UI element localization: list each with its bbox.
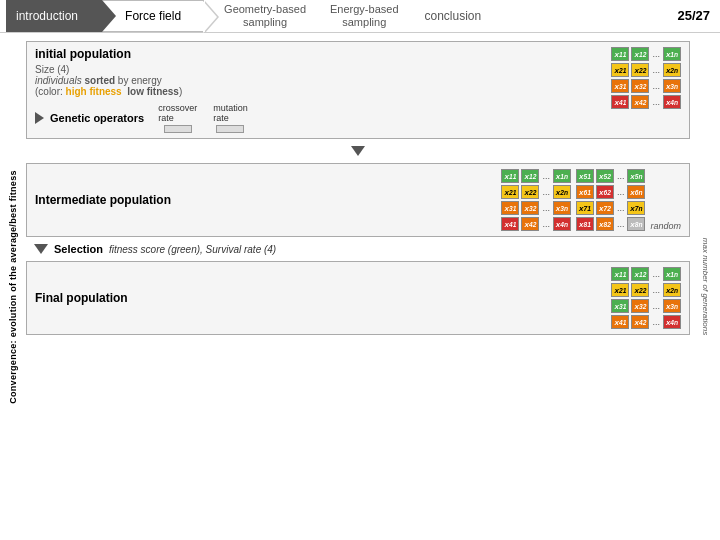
initial-population-title: initial population: [35, 47, 603, 61]
final-row-4: x41 x42 ... x4n: [611, 315, 681, 329]
left-axis-label: Convergence: evolution of the average/be…: [8, 170, 18, 404]
int2-dots-1: ...: [616, 171, 626, 181]
int2-cell-1-2: x52: [596, 169, 614, 183]
int-cell-3-1: x31: [501, 201, 519, 215]
cell-4-1: x41: [611, 95, 629, 109]
final-dots-2: ...: [651, 285, 661, 295]
intermediate-population-label: Intermediate population: [35, 193, 171, 207]
cell-1-n: x1n: [663, 47, 681, 61]
arrow-triangle-1: [351, 146, 365, 156]
final-cell-4-1: x41: [611, 315, 629, 329]
arrow-to-genetic: [35, 112, 44, 124]
final-cell-1-1: x11: [611, 267, 629, 281]
initial-left: initial population Size (4) individuals …: [35, 47, 603, 133]
final-cell-4-2: x42: [631, 315, 649, 329]
int-cell-2-n: x2n: [553, 185, 571, 199]
nav-item-introduction[interactable]: introduction: [6, 0, 102, 32]
initial-subtitle: Size (4) individuals sorted by energy (c…: [35, 64, 603, 97]
int-row-1-2: x21 x22 ... x2n: [501, 185, 571, 199]
selection-detail: fitness score (green), Survival rate (4): [109, 244, 276, 255]
nav-label-conclusion: conclusion: [425, 9, 482, 23]
final-cell-3-1: x31: [611, 299, 629, 313]
nav-item-conclusion[interactable]: conclusion: [411, 0, 496, 32]
mutation-rate-bar: [216, 125, 244, 133]
int-cell-1-1: x11: [501, 169, 519, 183]
selection-label: Selection: [54, 243, 103, 255]
right-label-container: max number of generations: [696, 37, 716, 536]
main-content: Convergence: evolution of the average/be…: [0, 33, 720, 540]
initial-row-2: x21 x22 ... x2n: [611, 63, 681, 77]
final-cell-2-2: x22: [631, 283, 649, 297]
int2-cell-3-n: x7n: [627, 201, 645, 215]
dots-4: ...: [651, 97, 661, 107]
nav-label-energy: Energy-basedsampling: [330, 3, 399, 29]
intermediate-label-container: Intermediate population: [35, 193, 493, 207]
int2-dots-2: ...: [616, 187, 626, 197]
int2-row-2: x61 x62 ... x6n: [576, 185, 646, 199]
int2-cell-4-2: x82: [596, 217, 614, 231]
int-dots-4: ...: [541, 219, 551, 229]
int-cell-4-n: x4n: [553, 217, 571, 231]
int2-cell-3-2: x72: [596, 201, 614, 215]
dots-1: ...: [651, 49, 661, 59]
int2-cell-1-1: x51: [576, 169, 594, 183]
cell-3-2: x32: [631, 79, 649, 93]
int-cell-3-2: x32: [521, 201, 539, 215]
nav-item-geometry[interactable]: Geometry-basedsampling: [204, 0, 318, 32]
initial-pop-grid: x11 x12 ... x1n x21 x22 ... x2n x31 x32 …: [611, 47, 681, 109]
genetic-ops-label: Genetic operators: [50, 112, 144, 124]
int2-dots-4: ...: [616, 219, 626, 229]
final-dots-4: ...: [651, 317, 661, 327]
int-row-1-3: x31 x32 ... x3n: [501, 201, 571, 215]
int2-cell-2-n: x6n: [627, 185, 645, 199]
int2-cell-1-n: x5n: [627, 169, 645, 183]
int2-dots-3: ...: [616, 203, 626, 213]
left-axis-label-container: Convergence: evolution of the average/be…: [0, 37, 26, 536]
individuals-label: individuals sorted by energy: [35, 75, 162, 86]
crossover-rate-group: crossoverrate: [158, 103, 197, 133]
int2-row-3: x71 x72 ... x7n: [576, 201, 646, 215]
final-cell-4-n: x4n: [663, 315, 681, 329]
int-dots-2: ...: [541, 187, 551, 197]
int-row-1-4: x41 x42 ... x4n: [501, 217, 571, 231]
cell-1-2: x12: [631, 47, 649, 61]
final-population-section: Final population x11 x12 ... x1n x21 x22…: [26, 261, 690, 335]
dots-2: ...: [651, 65, 661, 75]
intermediate-grid-1: x11 x12 ... x1n x21 x22 ... x2n x31 x32: [501, 169, 571, 231]
final-cell-1-2: x12: [631, 267, 649, 281]
intermediate-grids: x11 x12 ... x1n x21 x22 ... x2n x31 x32: [501, 169, 681, 231]
nav-label-introduction: introduction: [16, 9, 78, 23]
page-number: 25/27: [677, 8, 710, 23]
intermediate-grid-2: x51 x52 ... x5n x61 x62 ... x6n x71 x72: [576, 169, 646, 231]
int2-cell-2-2: x62: [596, 185, 614, 199]
final-cell-1-n: x1n: [663, 267, 681, 281]
content-area: initial population Size (4) individuals …: [26, 37, 696, 536]
mutation-rate-label: mutationrate: [213, 103, 248, 123]
int2-cell-3-1: x71: [576, 201, 594, 215]
nav-item-forcefield[interactable]: Force field: [102, 0, 204, 32]
cell-1-1: x11: [611, 47, 629, 61]
dots-3: ...: [651, 81, 661, 91]
int-cell-2-2: x22: [521, 185, 539, 199]
final-dots-3: ...: [651, 301, 661, 311]
nav-bar: introduction Force field Geometry-baseds…: [0, 0, 720, 33]
final-row-3: x31 x32 ... x3n: [611, 299, 681, 313]
rates-container: crossoverrate mutationrate: [158, 103, 248, 133]
int-dots-1: ...: [541, 171, 551, 181]
initial-row-1: x11 x12 ... x1n: [611, 47, 681, 61]
intermediate-population-section: Intermediate population x11 x12 ... x1n …: [26, 163, 690, 237]
cell-2-2: x22: [631, 63, 649, 77]
final-cell-3-2: x32: [631, 299, 649, 313]
int-cell-1-n: x1n: [553, 169, 571, 183]
genetic-ops: Genetic operators crossoverrate mutation…: [35, 103, 603, 133]
cell-2-n: x2n: [663, 63, 681, 77]
cell-4-2: x42: [631, 95, 649, 109]
final-cell-2-1: x21: [611, 283, 629, 297]
mutation-rate-group: mutationrate: [213, 103, 248, 133]
nav-label-geometry: Geometry-basedsampling: [224, 3, 306, 29]
nav-item-energy[interactable]: Energy-basedsampling: [318, 0, 411, 32]
final-label-container: Final population: [35, 291, 603, 305]
int-cell-2-1: x21: [501, 185, 519, 199]
random-label: random: [650, 221, 681, 231]
initial-row-4: x41 x42 ... x4n: [611, 95, 681, 109]
